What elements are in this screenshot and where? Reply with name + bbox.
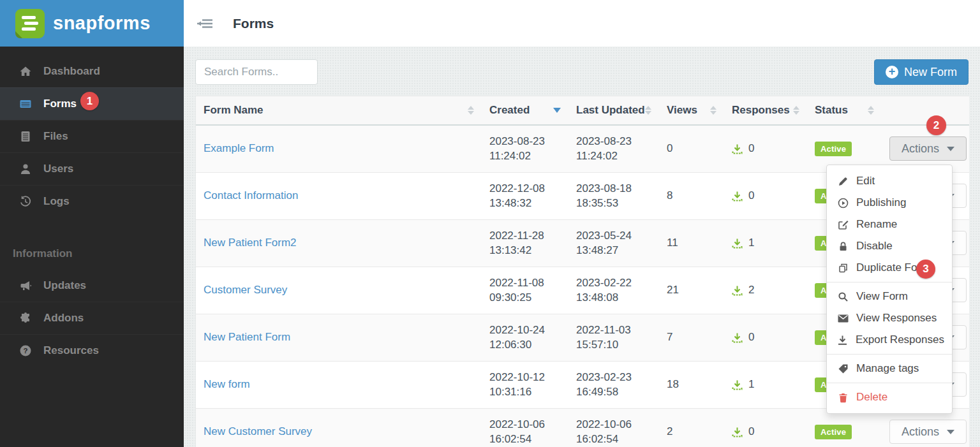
responses-count: 1 — [748, 378, 754, 391]
responses-count: 0 — [748, 142, 754, 155]
column-header-responses[interactable]: Responses — [724, 96, 807, 125]
topbar: Forms — [184, 0, 980, 47]
form-name-link[interactable]: Example Form — [204, 142, 274, 154]
sidebar: snapforms Dashboard Forms Files Users — [0, 0, 184, 447]
sidebar-item-label: Addons — [43, 312, 84, 325]
column-header-status[interactable]: Status — [807, 96, 882, 125]
views-count: 11 — [659, 219, 724, 267]
download-icon[interactable] — [732, 379, 743, 390]
table-row: New Customer Survey 2022-10-0616:02:54 2… — [196, 408, 969, 447]
megaphone-icon — [19, 279, 33, 292]
chevron-down-icon — [947, 147, 954, 151]
menu-item-disable[interactable]: Disable — [827, 235, 952, 257]
sidebar-item-label: Dashboard — [43, 65, 100, 78]
responses-count: 1 — [748, 237, 754, 249]
menu-item-export-responses[interactable]: Manage tags Export Responses — [827, 329, 952, 351]
column-header-actions — [882, 96, 969, 125]
download-icon[interactable] — [732, 427, 743, 437]
sidebar-item-logs[interactable]: Logs — [0, 185, 184, 217]
user-icon — [19, 163, 33, 175]
form-name-link[interactable]: New form — [204, 378, 250, 390]
pencil-icon — [837, 176, 849, 187]
sidebar-item-label: Users — [43, 163, 73, 175]
table-header-row: Form Name Created Last Updated Views — [196, 96, 969, 125]
actions-button[interactable]: Actions — [889, 136, 967, 161]
sidebar-item-users[interactable]: Users — [0, 152, 184, 185]
menu-item-manage-tags[interactable]: Manage tags — [827, 358, 952, 379]
sidebar-item-resources[interactable]: ? Resources — [0, 334, 184, 367]
menu-divider — [827, 383, 952, 383]
responses-count: 0 — [748, 425, 754, 438]
actions-button[interactable]: Actions — [889, 420, 967, 444]
tag-icon — [837, 363, 849, 374]
sort-icon — [868, 106, 874, 115]
column-header-views[interactable]: Views — [659, 96, 724, 125]
copy-icon — [837, 263, 849, 274]
search-icon — [837, 291, 849, 302]
sidebar-item-dashboard[interactable]: Dashboard — [0, 55, 184, 87]
trash-icon — [837, 392, 849, 403]
views-count: 7 — [659, 314, 724, 361]
forms-icon — [19, 98, 33, 110]
sidebar-item-addons[interactable]: Addons — [0, 302, 184, 334]
views-count: 0 — [659, 125, 724, 172]
annotation-step-3-badge: 3 — [916, 260, 935, 279]
download-icon[interactable] — [732, 143, 743, 154]
menu-item-publishing[interactable]: Publishing — [827, 192, 952, 214]
form-name-link[interactable]: New Customer Survey — [204, 425, 312, 437]
sidebar-item-updates[interactable]: Updates — [0, 269, 184, 302]
responses-count: 2 — [748, 284, 754, 297]
brand-bar: snapforms — [0, 0, 184, 47]
actions-dropdown-menu: Edit Publishing Rename Disable Duplicate… — [826, 165, 953, 414]
export-download-icon — [837, 335, 848, 346]
menu-item-delete[interactable]: Delete — [827, 386, 952, 408]
home-icon — [19, 65, 33, 78]
sidebar-item-label: Forms — [43, 98, 77, 110]
download-icon[interactable] — [732, 238, 743, 249]
menu-item-view-form[interactable]: View Form — [827, 286, 952, 307]
menu-item-edit[interactable]: Edit — [827, 170, 952, 192]
views-count: 21 — [659, 267, 724, 314]
column-header-last-updated[interactable]: Last Updated — [568, 96, 659, 125]
annotation-step-1-badge: 1 — [80, 92, 99, 110]
menu-item-view-responses[interactable]: View Responses — [827, 307, 952, 329]
brand-name: snapforms — [53, 13, 151, 34]
sidebar-item-label: Resources — [43, 344, 99, 357]
status-badge: Active — [815, 425, 852, 439]
menu-divider — [827, 282, 952, 282]
column-header-form-name[interactable]: Form Name — [196, 96, 482, 125]
form-name-link[interactable]: New Patient Form2 — [204, 237, 297, 249]
form-name-link[interactable]: Contact Information — [204, 189, 298, 202]
envelope-icon — [837, 313, 849, 324]
sidebar-toggle-icon[interactable] — [197, 17, 213, 31]
sidebar-item-files[interactable]: Files — [0, 120, 184, 152]
puzzle-icon — [19, 312, 33, 325]
form-name-link[interactable]: New Patient Form — [204, 331, 290, 343]
sidebar-item-label: Logs — [43, 195, 70, 208]
new-form-button[interactable]: + New Form — [874, 59, 969, 85]
sort-icon — [710, 106, 716, 115]
status-badge: Active — [815, 142, 852, 156]
chevron-down-icon — [947, 430, 954, 434]
page-title: Forms — [233, 16, 274, 31]
views-count: 18 — [659, 361, 724, 408]
download-icon[interactable] — [732, 285, 743, 296]
responses-count: 0 — [748, 189, 754, 202]
search-input[interactable] — [195, 59, 318, 85]
responses-count: 0 — [748, 331, 754, 344]
sidebar-item-label: Files — [43, 130, 68, 143]
sort-desc-icon — [553, 108, 561, 113]
download-icon[interactable] — [732, 332, 743, 343]
download-icon[interactable] — [732, 191, 743, 202]
help-icon: ? — [19, 344, 33, 357]
sort-icon — [793, 106, 799, 115]
sidebar-item-label: Updates — [43, 279, 86, 292]
play-circle-icon — [837, 198, 849, 209]
form-name-link[interactable]: Customer Survey — [204, 284, 287, 296]
column-header-created[interactable]: Created — [482, 96, 568, 125]
lock-icon — [837, 241, 849, 252]
annotation-step-2-badge: 2 — [926, 115, 946, 135]
menu-item-rename[interactable]: Rename — [827, 214, 952, 235]
sidebar-section-information: Information — [0, 238, 184, 269]
file-icon — [19, 130, 33, 143]
